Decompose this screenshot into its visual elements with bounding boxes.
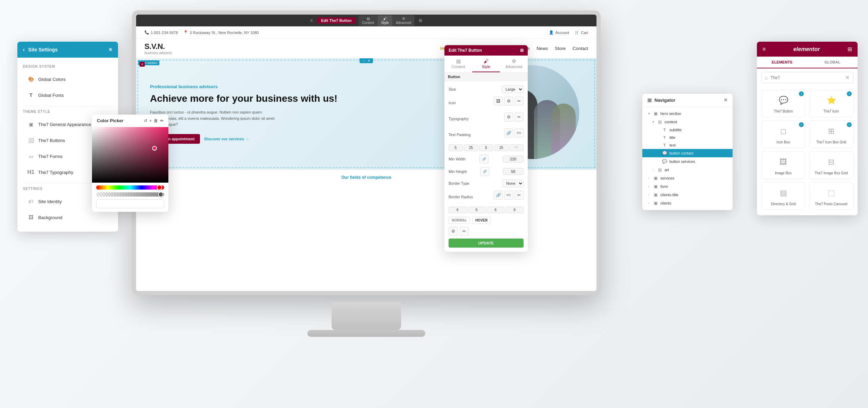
border-type-select[interactable]: None — [502, 180, 524, 187]
pad-bottom[interactable]: 5 — [479, 144, 493, 151]
border-tr[interactable]: 6 — [468, 207, 486, 213]
alpha-slider[interactable] — [96, 192, 164, 197]
icon-control-1[interactable]: 🖼 — [494, 97, 503, 106]
editor-header: Edit The7 Button ⊞ — [444, 45, 528, 56]
resize-handle[interactable]: ↔✕ — [360, 58, 373, 63]
site-logo: S.V.N. business advisors — [144, 42, 172, 55]
nav-item-subtitle[interactable]: ▾ T subtitle — [642, 126, 733, 134]
widget-image-box-grid[interactable]: ⊟ The7 Image Box Grid — [809, 151, 853, 179]
px-icon[interactable]: PX — [515, 128, 524, 138]
toggle-services[interactable]: › — [646, 176, 651, 180]
pad-right[interactable]: 25 — [464, 144, 478, 151]
cart-item[interactable]: 🛒 Cart — [575, 30, 588, 35]
size-select[interactable]: Large — [502, 85, 524, 93]
nav-item-clients[interactable]: › ▣ clients — [642, 199, 733, 207]
nav-contact[interactable]: Contact — [573, 46, 588, 51]
link-icon[interactable]: 🔗 — [504, 128, 513, 138]
toggle-art[interactable]: › — [651, 168, 656, 172]
hue-slider[interactable] — [96, 185, 164, 190]
delete-icon[interactable]: 🗑 — [154, 118, 158, 123]
widget-icon-box-grid[interactable]: 7 ⊞ The7 Icon Box Grid — [809, 120, 853, 148]
nav-store[interactable]: Store — [555, 46, 566, 51]
widget-the7-button[interactable]: 7 💬 The7 Button — [761, 90, 806, 117]
update-button[interactable]: UPDATE — [449, 239, 524, 248]
toggle-clients-title[interactable]: › — [646, 193, 651, 197]
font-icon: T — [27, 91, 35, 99]
nav-item-form[interactable]: › ▣ form — [642, 182, 733, 191]
eye-icon[interactable]: ✏ — [160, 118, 164, 123]
elementor-editor-panel: Edit The7 Button ⊞ ▤ Content 🖌 Style ⚙ A… — [444, 45, 528, 252]
typography-icon: H1 — [27, 168, 35, 176]
back-icon[interactable]: ‹ — [23, 47, 25, 53]
tab-content[interactable]: ▤ Content — [444, 56, 472, 72]
widget-image-box[interactable]: 🖼 Image Box — [761, 151, 806, 179]
nav-item-services[interactable]: › ▣ services — [642, 174, 733, 182]
icon-label: Icon — [449, 101, 456, 105]
competence-link[interactable]: Our fields of competence — [341, 175, 391, 180]
hex-input[interactable]: #EC407A — [97, 200, 164, 208]
nav-item-hero-section[interactable]: ▾ ▣ hero section — [642, 109, 733, 118]
clear-search-icon[interactable]: ✕ — [845, 74, 850, 81]
navigator-close-icon[interactable]: ✕ — [724, 97, 728, 103]
widget-the7-icon[interactable]: 7 ⭐ The7 Icon — [809, 90, 853, 117]
nav-item-content[interactable]: ▾ ▤ content — [642, 118, 733, 126]
nav-item-title[interactable]: ▾ T title — [642, 134, 733, 141]
border-tl[interactable]: 6 — [449, 207, 467, 213]
border-bl[interactable]: 6 — [506, 207, 524, 213]
global-fonts-item[interactable]: T Global Fonts — [23, 88, 112, 102]
toggle-content[interactable]: ▾ — [651, 120, 656, 124]
min-height-value[interactable]: 58 — [503, 168, 524, 175]
global-colors-item[interactable]: 🎨 Global Colors — [23, 72, 112, 86]
close-icon[interactable]: ✕ — [108, 47, 112, 52]
search-input[interactable] — [770, 75, 843, 80]
nav-item-button-services[interactable]: ▾ 💬 button services — [642, 157, 733, 166]
nav-item-clients-title[interactable]: › ▣ clients-title — [642, 191, 733, 199]
border-edit-icon[interactable]: ✏ — [515, 191, 524, 200]
hamburger-icon[interactable]: ≡ — [762, 46, 766, 52]
widget-directory-grid[interactable]: ▤ Directory & Grid — [761, 182, 806, 210]
icon-control-3[interactable]: ✏ — [515, 97, 524, 106]
reset-icon[interactable]: ↺ — [144, 118, 147, 123]
hover-tab[interactable]: HOVER — [472, 217, 491, 224]
edit-button-label[interactable]: Edit The7 Button — [317, 17, 356, 24]
border-br[interactable]: 6 — [487, 207, 505, 213]
widget-icon-box[interactable]: 7 ◻ Icon Box — [761, 120, 806, 148]
nav-item-button-contact[interactable]: ▾ 💬 button contact — [642, 149, 733, 157]
widget-badge-4: 7 — [847, 122, 852, 127]
color-control-1[interactable]: ⚙ — [449, 227, 458, 236]
pad-left[interactable]: 25 — [494, 144, 508, 151]
tab-style[interactable]: 🖌 Style — [378, 15, 392, 26]
nav-label-clients-title: clients-title — [660, 193, 678, 197]
typo-control-2[interactable]: ✏ — [515, 113, 524, 122]
border-radius-icons: 🔗 PX ✏ — [494, 191, 524, 200]
tab-advanced[interactable]: ⚙ Advanced — [392, 15, 415, 26]
nav-item-text[interactable]: ▾ T text — [642, 141, 733, 149]
pad-top[interactable]: 5 — [449, 144, 463, 151]
widget-label-6: The7 Image Box Grid — [815, 171, 848, 175]
add-icon[interactable]: + — [149, 118, 152, 123]
icon-control-2[interactable]: ⚙ — [504, 97, 513, 106]
discover-services-button[interactable]: Discover our services → — [204, 137, 249, 141]
hero-subtitle: Professional business advisors — [150, 84, 368, 89]
color-control-2[interactable]: ✏ — [460, 227, 469, 236]
toggle-form[interactable]: › — [646, 185, 651, 188]
tab-content[interactable]: ▤ Content — [359, 15, 378, 26]
typo-control-1[interactable]: ⚙ — [504, 113, 513, 122]
color-gradient-canvas[interactable] — [92, 127, 168, 183]
toggle-clients[interactable]: › — [646, 201, 651, 205]
account-item[interactable]: 👤 Account — [549, 30, 569, 35]
border-px-icon[interactable]: PX — [504, 191, 513, 200]
widget-posts-carousel[interactable]: ⬚ The7 Posts Carousel — [809, 182, 853, 210]
tab-style[interactable]: 🖌 Style — [472, 56, 500, 72]
normal-tab[interactable]: NORMAL — [449, 217, 470, 224]
background-item[interactable]: 🖼 Background — [23, 210, 112, 225]
tab-advanced[interactable]: ⚙ Advanced — [500, 56, 528, 72]
elements-tab[interactable]: ELEMENTS — [757, 57, 807, 68]
global-tab[interactable]: GLOBAL — [807, 57, 858, 68]
border-link-icon[interactable]: 🔗 — [494, 191, 503, 200]
nav-item-art[interactable]: › ▤ art — [642, 166, 733, 174]
toggle-hero[interactable]: ▾ — [646, 112, 651, 115]
min-width-value[interactable]: 220 — [503, 156, 524, 163]
grid-apps-icon[interactable]: ⊞ — [848, 46, 852, 52]
nav-news[interactable]: News — [537, 46, 548, 51]
